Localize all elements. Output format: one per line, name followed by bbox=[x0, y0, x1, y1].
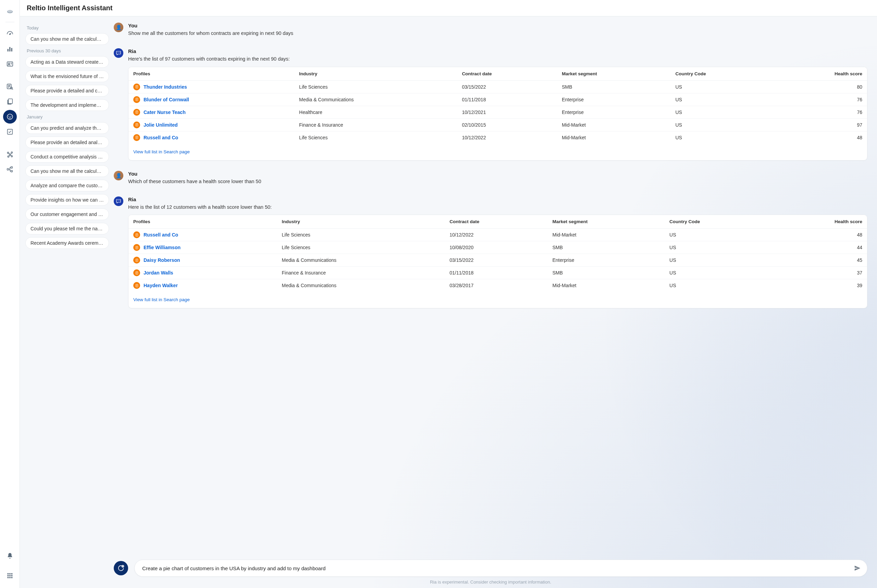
history-item[interactable]: Could you please tell me the name of… bbox=[26, 223, 109, 234]
profile-link[interactable]: Jolie Unlimited bbox=[144, 122, 178, 128]
table-cell: Media & Communications bbox=[294, 93, 457, 106]
ria-message: RiaHere is the list of 12 customers with… bbox=[114, 196, 867, 311]
user-message: 👤YouWhich of these customers have a heal… bbox=[114, 171, 867, 189]
table-cell: SMB bbox=[557, 80, 671, 93]
dashboard-icon[interactable] bbox=[3, 27, 17, 41]
profile-badge-icon bbox=[133, 269, 140, 276]
table-cell: Life Sciences bbox=[277, 241, 445, 254]
analytics-icon[interactable] bbox=[3, 42, 17, 56]
history-item[interactable]: Please provide an detailed analysis bbox=[26, 136, 109, 148]
svg-point-35 bbox=[120, 52, 120, 53]
documents-icon[interactable] bbox=[3, 95, 17, 108]
ria-avatar-icon bbox=[114, 48, 123, 58]
svg-point-33 bbox=[117, 52, 118, 53]
table-header: Contract date bbox=[445, 215, 548, 229]
profile-badge-icon bbox=[133, 257, 140, 264]
svg-rect-3 bbox=[7, 49, 8, 51]
table-cell: 03/15/2022 bbox=[457, 80, 557, 93]
table-header: Profiles bbox=[128, 215, 277, 229]
message-text: Here is the list of 12 customers with a … bbox=[128, 204, 867, 210]
table-cell: Media & Communications bbox=[277, 254, 445, 267]
disclaimer-text: Ria is experimental. Consider checking i… bbox=[114, 577, 867, 585]
search-data-icon[interactable] bbox=[3, 80, 17, 93]
profile-link[interactable]: Blunder of Cornwall bbox=[144, 97, 189, 102]
history-item[interactable]: Conduct a competitive analysis focus… bbox=[26, 151, 109, 163]
svg-rect-26 bbox=[11, 573, 12, 574]
table-cell: 39 bbox=[769, 279, 867, 292]
table-cell: Enterprise bbox=[557, 93, 671, 106]
table-cell: Healthcare bbox=[294, 106, 457, 118]
history-item[interactable]: The development and implementation bbox=[26, 99, 109, 111]
message-author: Ria bbox=[128, 48, 867, 54]
table-cell: SMB bbox=[548, 267, 665, 279]
table-cell: Life Sciences bbox=[294, 80, 457, 93]
message-author: Ria bbox=[128, 196, 867, 202]
table-cell: US bbox=[671, 93, 772, 106]
table-cell: 48 bbox=[769, 229, 867, 241]
table-cell: 10/12/2021 bbox=[457, 106, 557, 118]
table-header: Market segment bbox=[557, 67, 671, 81]
apps-icon[interactable] bbox=[3, 569, 17, 582]
history-item[interactable]: Analyze and compare the customer d… bbox=[26, 180, 109, 191]
table-row: Daisy RobersonMedia & Communications03/1… bbox=[128, 254, 867, 267]
profile-badge-icon bbox=[133, 122, 140, 128]
profile-link[interactable]: Hayden Walker bbox=[144, 283, 178, 288]
table-cell: US bbox=[671, 80, 772, 93]
profile-link[interactable]: Jordan Walls bbox=[144, 270, 173, 276]
history-item[interactable]: Provide insights on how we can impr… bbox=[26, 194, 109, 206]
profile-link[interactable]: Effie Williamson bbox=[144, 245, 181, 250]
svg-point-12 bbox=[7, 114, 13, 120]
table-header: Country Code bbox=[665, 215, 769, 229]
table-row: Thunder IndustriesLife Sciences03/15/202… bbox=[128, 80, 867, 93]
view-full-list-link[interactable]: View full list in Search page bbox=[133, 149, 190, 154]
history-item[interactable]: Acting as a Data steward create a An… bbox=[26, 56, 109, 68]
svg-rect-32 bbox=[11, 577, 12, 578]
history-item[interactable]: Recent Academy Awards ceremony, h… bbox=[26, 237, 109, 249]
svg-rect-24 bbox=[7, 573, 9, 574]
table-cell: 03/15/2022 bbox=[445, 254, 548, 267]
hierarchy-icon[interactable] bbox=[3, 163, 17, 176]
svg-rect-4 bbox=[9, 47, 10, 52]
send-button[interactable] bbox=[851, 562, 863, 574]
chat-scroll[interactable]: 👤YouShow me all the customers for whom c… bbox=[113, 16, 877, 557]
profile-link[interactable]: Cater Nurse Teach bbox=[144, 110, 186, 115]
history-item[interactable]: Can you predict and analyze the futur… bbox=[26, 122, 109, 134]
table-cell: 03/28/2017 bbox=[445, 279, 548, 292]
table-cell: US bbox=[671, 131, 772, 144]
new-chat-button[interactable] bbox=[114, 561, 128, 575]
profile-link[interactable]: Russell and Co bbox=[144, 232, 178, 237]
table-row: Blunder of CornwallMedia & Communication… bbox=[128, 93, 867, 106]
profile-link[interactable]: Daisy Roberson bbox=[144, 257, 180, 263]
table-cell: 76 bbox=[773, 93, 867, 106]
table-cell: SMB bbox=[548, 241, 665, 254]
table-row: Russell and CoLife Sciences10/12/2022Mid… bbox=[128, 229, 867, 241]
svg-rect-29 bbox=[11, 575, 12, 576]
table-cell: 76 bbox=[773, 106, 867, 118]
tasks-icon[interactable] bbox=[3, 125, 17, 139]
profile-link[interactable]: Russell and Co bbox=[144, 135, 178, 140]
svg-point-43 bbox=[120, 201, 120, 201]
table-header: Market segment bbox=[548, 215, 665, 229]
profiles-icon[interactable] bbox=[3, 57, 17, 71]
view-full-list-link[interactable]: View full list in Search page bbox=[133, 297, 190, 302]
logo-icon[interactable] bbox=[3, 5, 17, 18]
history-item[interactable]: Please provide a detailed and compre… bbox=[26, 85, 109, 96]
table-cell: Media & Communications bbox=[277, 279, 445, 292]
notifications-icon[interactable] bbox=[3, 549, 17, 562]
table-header: Health score bbox=[769, 215, 867, 229]
table-cell: Life Sciences bbox=[277, 229, 445, 241]
history-item[interactable]: Can you show me all the calculated a… bbox=[26, 165, 109, 177]
history-item[interactable]: Our customer engagement and loyalt… bbox=[26, 208, 109, 220]
user-message: 👤YouShow me all the customers for whom c… bbox=[114, 22, 867, 41]
table-cell: 10/12/2022 bbox=[445, 229, 548, 241]
table-cell: 97 bbox=[773, 118, 867, 131]
history-item[interactable]: What is the envisioned future of artifi… bbox=[26, 70, 109, 82]
composer-input[interactable] bbox=[142, 566, 851, 571]
table-cell: 10/12/2022 bbox=[457, 131, 557, 144]
svg-rect-22 bbox=[11, 166, 12, 168]
profile-link[interactable]: Thunder Industries bbox=[144, 84, 187, 90]
history-item[interactable]: Can you show me all the calculated a… bbox=[26, 33, 109, 45]
graph-icon[interactable] bbox=[3, 147, 17, 161]
assistant-icon[interactable] bbox=[3, 110, 17, 123]
table-cell: 37 bbox=[769, 267, 867, 279]
